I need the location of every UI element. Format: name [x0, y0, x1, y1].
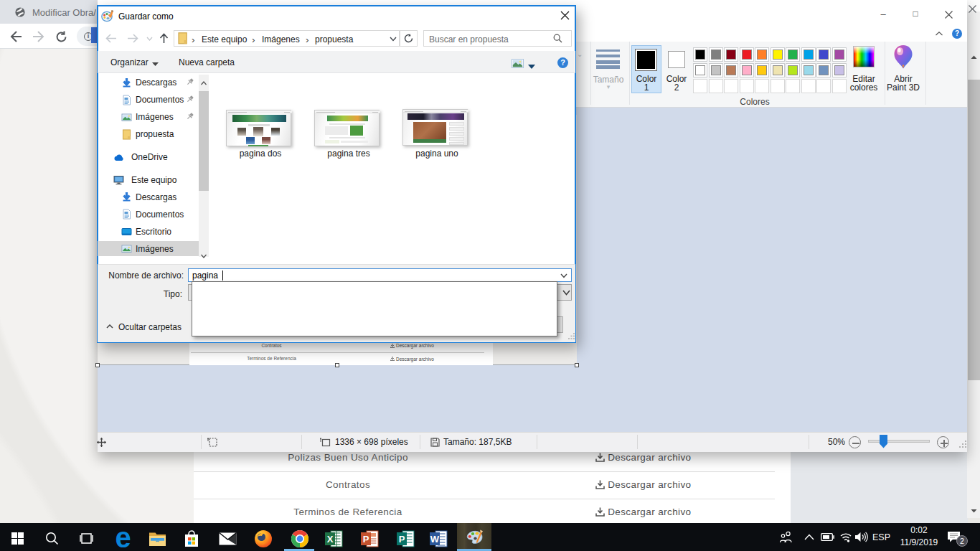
svg-text:P: P	[363, 534, 369, 545]
svg-text:P: P	[399, 534, 405, 545]
svg-text:e: e	[116, 529, 131, 549]
svg-text:X: X	[327, 534, 334, 545]
svg-text:W: W	[430, 534, 440, 545]
